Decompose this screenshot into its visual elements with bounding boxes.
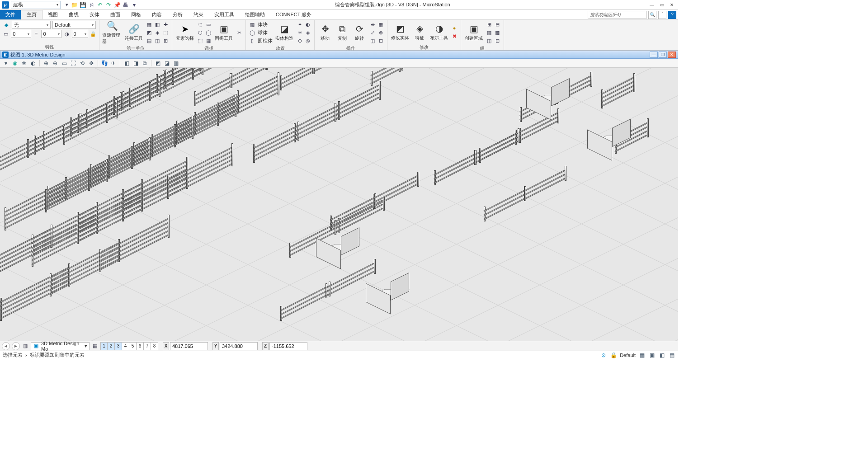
model-combo[interactable]: ▣ 3D Metric Design Mo ▾ bbox=[31, 342, 90, 350]
tab-curves[interactable]: 曲线 bbox=[63, 10, 84, 19]
rotate-button[interactable]: ⟳旋转 bbox=[352, 21, 367, 44]
tab-constraints[interactable]: 约束 bbox=[188, 10, 209, 19]
print-icon[interactable]: 🖶 bbox=[122, 1, 129, 9]
redo-icon[interactable]: ↷ bbox=[105, 1, 112, 9]
fit-view-icon[interactable]: ⛶ bbox=[69, 59, 77, 67]
zoom-out-icon[interactable]: ⊖ bbox=[51, 59, 59, 67]
views-icon[interactable]: ▦ bbox=[91, 343, 99, 350]
running-icon[interactable]: ▣ bbox=[648, 352, 656, 359]
view-number-4[interactable]: 4 bbox=[122, 342, 129, 350]
tool-icon[interactable]: ⤢ bbox=[369, 29, 376, 36]
resource-manager-button[interactable]: 🔍资源管理器 bbox=[102, 21, 122, 44]
move-button[interactable]: ✥移动 bbox=[317, 21, 333, 44]
pin-icon[interactable]: 📌 bbox=[113, 1, 121, 9]
view-number-2[interactable]: 2 bbox=[108, 342, 115, 350]
tool-icon[interactable]: ▦ bbox=[486, 29, 493, 36]
delete-icon[interactable]: ✖ bbox=[451, 33, 458, 40]
restore-icon[interactable]: ❐ bbox=[659, 52, 667, 58]
fly-icon[interactable]: ✈ bbox=[109, 59, 118, 67]
back-button[interactable]: ◄ bbox=[2, 342, 10, 350]
tab-solids[interactable]: 实体 bbox=[84, 10, 105, 19]
tool-icon[interactable]: ◌ bbox=[197, 21, 204, 28]
tool-icon[interactable]: ◫ bbox=[154, 37, 161, 44]
tool-icon[interactable]: ▦ bbox=[205, 37, 212, 44]
save-all-icon[interactable]: ⎘ bbox=[88, 1, 95, 9]
tool-icon[interactable]: ⊗ bbox=[377, 29, 384, 36]
tool-icon[interactable]: ✳ bbox=[296, 29, 303, 36]
view-header[interactable]: ◧ 视图 1, 3D Metric Design — ❐ ✕ bbox=[0, 51, 678, 59]
view-attributes-icon[interactable]: ▾ bbox=[2, 59, 10, 67]
clip-volume-icon[interactable]: ◩ bbox=[154, 59, 162, 67]
scissors-icon[interactable]: ✂ bbox=[236, 29, 243, 36]
view-next-icon[interactable]: ◨ bbox=[132, 59, 140, 67]
tool-icon[interactable]: ◫ bbox=[369, 37, 376, 44]
tool-icon[interactable]: ▦ bbox=[377, 21, 384, 28]
close-icon[interactable]: ✕ bbox=[668, 52, 676, 58]
lineweight-combo[interactable]: 0▾ bbox=[41, 30, 61, 38]
layer-icon[interactable]: ◆ bbox=[3, 21, 10, 28]
minimize-icon[interactable]: — bbox=[650, 52, 658, 58]
tool-icon[interactable]: ◐ bbox=[29, 59, 37, 67]
workflow-combo[interactable]: 建模 ▾ bbox=[11, 1, 61, 9]
chevron-down-icon[interactable]: ▾ bbox=[131, 1, 138, 9]
settings-icon[interactable]: ▤ bbox=[668, 352, 675, 359]
priority-icon[interactable]: ◑ bbox=[63, 30, 70, 38]
tab-drawing-aids[interactable]: 绘图辅助 bbox=[240, 10, 270, 19]
lineweight-icon[interactable]: ≡ bbox=[33, 30, 39, 38]
view-prev-icon[interactable]: ◧ bbox=[123, 59, 131, 67]
x-input[interactable] bbox=[170, 342, 208, 350]
cylinder-icon[interactable]: ▯ bbox=[249, 37, 256, 44]
tab-content[interactable]: 内容 bbox=[146, 10, 167, 19]
message-icon[interactable]: ◧ bbox=[658, 352, 665, 359]
tool-icon[interactable]: ▩ bbox=[494, 29, 501, 36]
view-number-8[interactable]: 8 bbox=[151, 342, 158, 350]
tool-icon[interactable]: ◎ bbox=[304, 37, 311, 44]
view-number-5[interactable]: 5 bbox=[129, 342, 137, 350]
tool-icon[interactable]: ◈ bbox=[304, 29, 311, 36]
copy-view-icon[interactable]: ⧉ bbox=[141, 59, 149, 67]
tool-icon[interactable]: ▤ bbox=[146, 37, 153, 44]
tool-icon[interactable]: ◐ bbox=[304, 21, 311, 28]
view-number-7[interactable]: 7 bbox=[144, 342, 151, 350]
cube-icon[interactable]: ▧ bbox=[249, 21, 256, 28]
rotate-view-icon[interactable]: ⟲ bbox=[78, 59, 86, 67]
undo-icon[interactable]: ↶ bbox=[96, 1, 104, 9]
collapse-ribbon-icon[interactable]: ˆ bbox=[658, 11, 666, 19]
chevron-down-icon[interactable]: ▾ bbox=[63, 1, 71, 9]
tab-connect[interactable]: CONNECT 服务 bbox=[270, 10, 317, 19]
save-icon[interactable]: 💾 bbox=[79, 1, 86, 9]
tool-icon[interactable]: ⊞ bbox=[162, 37, 169, 44]
tool-icon[interactable]: ▭ bbox=[205, 21, 212, 28]
tool-icon[interactable]: ▦ bbox=[146, 21, 153, 28]
clip-mask-icon[interactable]: ◪ bbox=[163, 59, 171, 67]
sphere-icon[interactable]: ◯ bbox=[249, 29, 256, 36]
linestyle-icon[interactable]: ▭ bbox=[3, 30, 9, 38]
copy-button[interactable]: ⧉复制 bbox=[335, 21, 350, 44]
fence-tool-button[interactable]: ▣围栅工具 bbox=[214, 21, 234, 44]
zoom-in-icon[interactable]: ⊕ bbox=[42, 59, 50, 67]
tab-utilities[interactable]: 实用工具 bbox=[209, 10, 240, 19]
tool-icon[interactable]: ⊙ bbox=[296, 37, 303, 44]
folder-icon[interactable]: 📁 bbox=[71, 1, 78, 9]
boolean-button[interactable]: ◑布尔工具 bbox=[429, 21, 449, 43]
y-input[interactable] bbox=[220, 342, 258, 350]
level-combo[interactable]: Default▾ bbox=[52, 21, 96, 29]
forward-button[interactable]: ► bbox=[12, 342, 20, 350]
minimize-icon[interactable]: — bbox=[647, 1, 656, 9]
view-canvas[interactable] bbox=[0, 68, 678, 341]
window-area-icon[interactable]: ▭ bbox=[60, 59, 68, 67]
feature-button[interactable]: ◈特征 bbox=[412, 21, 427, 43]
locks-icon[interactable]: 🔒 bbox=[610, 352, 617, 359]
lock-icon[interactable]: 🔒 bbox=[90, 30, 96, 38]
link-tool-button[interactable]: 🔗连接工具 bbox=[124, 21, 144, 44]
tool-icon[interactable]: ⬡ bbox=[197, 29, 204, 36]
z-input[interactable] bbox=[269, 342, 307, 350]
tool-icon[interactable]: ● bbox=[451, 24, 458, 32]
tool-icon[interactable]: ⬚ bbox=[197, 37, 204, 44]
element-select-button[interactable]: ➤元素选择 bbox=[175, 21, 195, 44]
view-number-3[interactable]: 3 bbox=[115, 342, 122, 350]
model-icon[interactable]: ▥ bbox=[22, 343, 29, 350]
tool-icon[interactable]: ◧ bbox=[154, 21, 161, 28]
tab-surfaces[interactable]: 曲面 bbox=[105, 10, 126, 19]
help-icon[interactable]: ? bbox=[668, 11, 676, 19]
